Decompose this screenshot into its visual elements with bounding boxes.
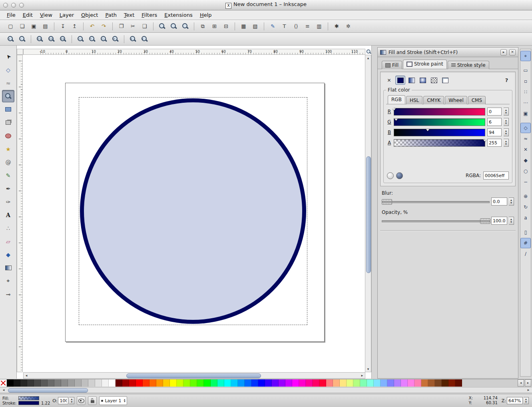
- palette-swatch-0[interactable]: [0, 379, 7, 387]
- blur-spinner[interactable]: ▲▼: [509, 198, 514, 205]
- palette-swatch-49[interactable]: [333, 379, 340, 387]
- channel-a-marker[interactable]: [483, 140, 486, 142]
- palette-swatch-52[interactable]: [353, 379, 360, 387]
- blur-input[interactable]: [491, 198, 507, 205]
- rgba-input[interactable]: [483, 172, 509, 180]
- zoom-spinner[interactable]: ▲▼: [524, 397, 529, 404]
- palette-swatch-13[interactable]: [88, 379, 95, 387]
- palette-swatch-60[interactable]: [408, 379, 414, 387]
- palette-swatch-63[interactable]: [428, 379, 435, 387]
- master-opacity-input[interactable]: [58, 397, 68, 404]
- horizontal-ruler[interactable]: -100102030405060708090100110: [23, 49, 365, 55]
- palette-swatch-5[interactable]: [34, 379, 41, 387]
- gradient-tool-button[interactable]: [2, 261, 14, 274]
- channel-r-spinner[interactable]: ▲▼: [504, 108, 509, 116]
- palette-swatch-64[interactable]: [435, 379, 442, 387]
- scroll-up-arrow[interactable]: ▴: [365, 55, 371, 61]
- palette-swatch-37[interactable]: [251, 379, 258, 387]
- menu-extensions[interactable]: Extensions: [161, 10, 196, 20]
- vertical-ruler[interactable]: [17, 55, 23, 372]
- channel-g-marker[interactable]: [395, 119, 398, 121]
- vertical-scrollbar[interactable]: ▴ ▾: [365, 55, 371, 372]
- snap-bbox-edge-midpoints-button[interactable]: ⋯: [520, 98, 531, 108]
- swatch-button[interactable]: [440, 76, 450, 85]
- ruler-corner-zoom-icon[interactable]: [365, 49, 372, 55]
- palette-swatch-59[interactable]: [401, 379, 408, 387]
- palette-swatch-15[interactable]: [102, 379, 109, 387]
- palette-swatch-35[interactable]: [238, 379, 245, 387]
- scroll-down-arrow[interactable]: ▾: [365, 366, 371, 372]
- tab-rgb[interactable]: RGB: [388, 95, 405, 104]
- palette-swatch-45[interactable]: [306, 379, 313, 387]
- palette-swatch-48[interactable]: [326, 379, 333, 387]
- create-clone-button[interactable]: ⊞: [209, 21, 220, 32]
- circle-shape[interactable]: [80, 98, 306, 324]
- paint-bucket-tool-button[interactable]: ◆: [2, 248, 14, 261]
- opacity-input[interactable]: [491, 217, 507, 225]
- palette-swatch-12[interactable]: [82, 379, 88, 387]
- palette-swatch-6[interactable]: [41, 379, 48, 387]
- menu-layer[interactable]: Layer: [56, 10, 78, 20]
- eraser-tool-button[interactable]: ▱: [2, 235, 14, 247]
- palette-scroll-right-arrow[interactable]: ▸: [526, 387, 531, 393]
- channel-a-spinner[interactable]: ▲▼: [504, 139, 509, 147]
- zoom-1-2-button[interactable]: 1:2: [46, 34, 57, 44]
- channel-b-marker[interactable]: [426, 129, 429, 131]
- zoom-to-page-button[interactable]: [180, 21, 191, 32]
- palette-scroll-left-arrow[interactable]: ◂: [1, 387, 6, 393]
- opacity-slider-handle[interactable]: [480, 218, 490, 224]
- spiral-tool-button[interactable]: @: [2, 156, 14, 168]
- palette-swatch-41[interactable]: [279, 379, 285, 387]
- palette-swatch-39[interactable]: [265, 379, 272, 387]
- palette-swatch-8[interactable]: [54, 379, 61, 387]
- previous-color-swatch[interactable]: [387, 172, 394, 179]
- snap-grid-button[interactable]: #: [520, 238, 531, 248]
- menu-object[interactable]: Object: [78, 10, 102, 20]
- palette-swatch-22[interactable]: [149, 379, 156, 387]
- zoom-to-drawing-button[interactable]: [168, 21, 179, 32]
- linear-gradient-button[interactable]: [406, 76, 416, 85]
- fill-indicator-swatch[interactable]: [18, 396, 39, 400]
- palette-swatch-32[interactable]: [217, 379, 224, 387]
- connector-tool-button[interactable]: ⊸: [2, 288, 14, 300]
- zoom-1-1-button[interactable]: 1:1: [34, 34, 45, 44]
- tweak-tool-button[interactable]: ≈: [2, 77, 14, 89]
- palette-swatch-7[interactable]: [48, 379, 54, 387]
- palette-right-arrow[interactable]: ▸: [525, 379, 531, 387]
- ellipse-tool-button[interactable]: [2, 130, 14, 142]
- menu-path[interactable]: Path: [102, 10, 120, 20]
- text-dialog-button[interactable]: T: [279, 21, 290, 32]
- blur-slider[interactable]: [382, 199, 490, 205]
- ungroup-objects-button[interactable]: ▧: [250, 21, 261, 32]
- palette-swatch-58[interactable]: [394, 379, 401, 387]
- palette-swatch-57[interactable]: [387, 379, 394, 387]
- layer-lock-button[interactable]: [88, 396, 97, 405]
- palette-swatch-33[interactable]: [224, 379, 231, 387]
- redo-button[interactable]: ↷: [98, 21, 109, 32]
- palette-swatch-44[interactable]: [299, 379, 306, 387]
- menu-help[interactable]: Help: [196, 10, 215, 20]
- channel-g-spinner[interactable]: ▲▼: [504, 118, 509, 126]
- palette-swatch-50[interactable]: [340, 379, 347, 387]
- undo-button[interactable]: ↶: [87, 21, 98, 32]
- palette-swatch-16[interactable]: [109, 379, 116, 387]
- palette-swatch-24[interactable]: [163, 379, 170, 387]
- snap-bbox-corners-button[interactable]: ∷: [520, 87, 531, 97]
- palette-swatch-1[interactable]: [7, 379, 14, 387]
- tab-stroke-style[interactable]: Stroke style: [448, 61, 489, 69]
- palette-swatch-38[interactable]: [258, 379, 265, 387]
- palette-swatch-36[interactable]: [245, 379, 251, 387]
- snap-line-midpoints-button[interactable]: −: [520, 177, 531, 187]
- zoom-window-button[interactable]: [19, 3, 24, 8]
- snap-page-border-button[interactable]: ▯: [520, 227, 531, 237]
- paste-button[interactable]: ❑: [139, 21, 150, 32]
- unknown-paint-button[interactable]: ?: [502, 76, 512, 85]
- snap-nodes-button[interactable]: ◇: [520, 123, 531, 133]
- snap-bounding-box-button[interactable]: ▭: [520, 65, 531, 76]
- palette-swatch-18[interactable]: [122, 379, 129, 387]
- open-document-button[interactable]: ❏: [17, 21, 28, 32]
- input-devices-button[interactable]: ✲: [343, 21, 354, 32]
- channel-r-marker[interactable]: [393, 108, 396, 110]
- palette-swatch-47[interactable]: [319, 379, 326, 387]
- duplicate-button[interactable]: ⧉: [197, 21, 208, 32]
